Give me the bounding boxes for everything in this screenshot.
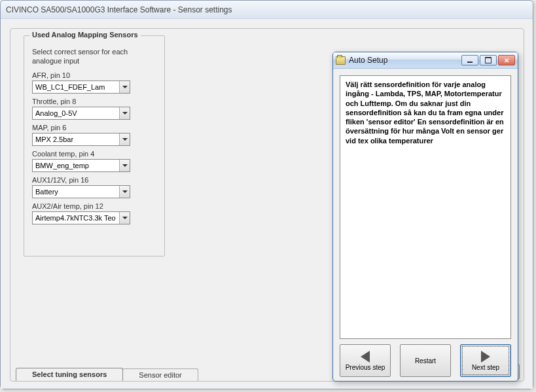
chevron-down-icon (119, 212, 130, 224)
dialog-titlebar[interactable]: Auto Setup ✕ (333, 52, 518, 69)
aux1-label: AUX1/12V, pin 16 (32, 176, 156, 184)
group-title: Used Analog Mapping Sensors (29, 31, 141, 39)
coolant-label: Coolant temp, pin 4 (32, 150, 156, 158)
close-button[interactable]: ✕ (498, 55, 515, 65)
chevron-down-icon (119, 81, 130, 93)
window-title: CIVINCO SA500/SA1000G3 Interface Softwar… (6, 5, 232, 14)
map-select[interactable]: MPX 2.5bar (32, 133, 130, 146)
chevron-down-icon (119, 134, 130, 145)
restart-label: Restart (415, 357, 436, 365)
next-step-label: Next step (472, 364, 499, 371)
map-value: MPX 2.5bar (33, 135, 119, 143)
afr-select[interactable]: WB_LC1_FDEF_Lam (32, 80, 130, 94)
throttle-label: Throttle, pin 8 (32, 98, 156, 105)
dialog-button-row: Previous step Restart Next step (340, 344, 511, 377)
main-titlebar[interactable]: CIVINCO SA500/SA1000G3 Interface Softwar… (1, 1, 533, 19)
throttle-value: Analog_0-5V (33, 109, 119, 117)
map-label: MAP, pin 6 (32, 124, 156, 132)
chevron-down-icon (119, 186, 130, 198)
dialog-body: Välj rätt sensordefinition för varje ana… (333, 69, 518, 381)
restart-button[interactable]: Restart (400, 344, 451, 377)
aux2-value: Airtemp4.7kNTC3.3k Teo (33, 214, 119, 222)
aux2-label: AUX2/Air temp, pin 12 (32, 202, 156, 210)
tab-sensor-editor[interactable]: Sensor editor (122, 368, 198, 381)
aux1-value: Battery (33, 188, 119, 196)
minimize-button[interactable] (461, 55, 478, 65)
coolant-select[interactable]: BMW_eng_temp (32, 159, 130, 172)
aux1-select[interactable]: Battery (32, 185, 130, 198)
aux2-select[interactable]: Airtemp4.7kNTC3.3k Teo (32, 211, 130, 224)
arrow-right-icon (481, 351, 490, 363)
afr-value: WB_LC1_FDEF_Lam (33, 83, 119, 91)
help-text: Välj rätt sensordefinition för varje ana… (340, 75, 511, 339)
tab-strip: Select tuning sensors Sensor editor (16, 368, 198, 381)
tab-select-tuning-sensors[interactable]: Select tuning sensors (16, 368, 123, 381)
analog-mapping-group: Used Analog Mapping Sensors Select corre… (24, 35, 165, 257)
main-window: CIVINCO SA500/SA1000G3 Interface Softwar… (0, 0, 533, 389)
coolant-value: BMW_eng_temp (33, 162, 119, 169)
chevron-down-icon (119, 107, 130, 119)
folder-icon (336, 56, 346, 65)
auto-setup-dialog: Auto Setup ✕ Välj rätt sensordefinition … (332, 52, 518, 382)
next-step-button[interactable]: Next step (460, 344, 511, 377)
previous-step-button[interactable]: Previous step (340, 344, 391, 377)
chevron-down-icon (119, 160, 130, 171)
maximize-button[interactable] (480, 55, 497, 65)
throttle-select[interactable]: Analog_0-5V (32, 107, 130, 120)
group-hint: Select correct sensor for each analogue … (32, 48, 156, 66)
dialog-title: Auto Setup (349, 56, 461, 65)
afr-label: AFR, pin 10 (32, 71, 156, 79)
arrow-left-icon (361, 351, 370, 363)
previous-step-label: Previous step (346, 364, 385, 371)
main-body: Used Analog Mapping Sensors Select corre… (1, 19, 533, 389)
